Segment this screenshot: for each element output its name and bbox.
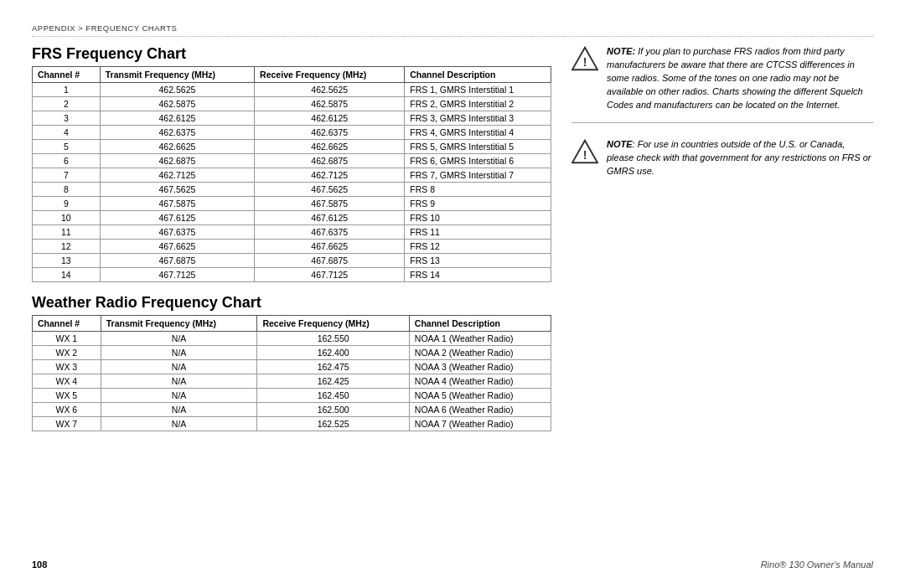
breadcrumb: Appendix > Frequency Charts xyxy=(32,23,873,37)
table-row: 11467.6375467.6375FRS 11 xyxy=(33,225,551,240)
frs-col-receive: Receive Frequency (MHz) xyxy=(255,67,405,83)
frs-section: FRS Frequency Chart Channel # Transmit F… xyxy=(32,45,551,282)
note2-block: ! NOTE: For use in countries outside of … xyxy=(571,138,873,188)
weather-table: Channel # Transmit Frequency (MHz) Recei… xyxy=(32,315,551,431)
table-row: 14467.7125467.7125FRS 14 xyxy=(33,268,551,282)
note1-body: If you plan to purchase FRS radios from … xyxy=(607,46,863,110)
table-row: 12467.6625467.6625FRS 12 xyxy=(33,240,551,254)
manual-title: Rino® 130 Owner's Manual xyxy=(761,560,873,570)
left-column: FRS Frequency Chart Channel # Transmit F… xyxy=(32,45,551,549)
table-row: 1462.5625462.5625FRS 1, GMRS Interstitia… xyxy=(33,83,551,97)
wx-col-transmit: Transmit Frequency (MHz) xyxy=(101,316,257,332)
svg-text:!: ! xyxy=(583,55,587,69)
frs-col-transmit: Transmit Frequency (MHz) xyxy=(100,67,254,83)
frs-table: Channel # Transmit Frequency (MHz) Recei… xyxy=(32,66,551,282)
table-row: WX 4N/A162.425NOAA 4 (Weather Radio) xyxy=(33,374,551,389)
frs-col-channel: Channel # xyxy=(33,67,101,83)
note1-bold: NOTE: xyxy=(607,46,635,56)
note2-bold: NOTE xyxy=(607,139,633,149)
table-row: WX 2N/A162.400NOAA 2 (Weather Radio) xyxy=(33,346,551,360)
page-number: 108 xyxy=(32,560,47,570)
weather-section-title: Weather Radio Frequency Chart xyxy=(32,294,551,312)
note2-body: : For use in countries outside of the U.… xyxy=(607,139,871,176)
table-row: 9467.5875467.5875FRS 9 xyxy=(33,197,551,211)
frs-table-header-row: Channel # Transmit Frequency (MHz) Recei… xyxy=(33,67,551,83)
note1-text: NOTE: If you plan to purchase FRS radios… xyxy=(607,45,873,112)
note1-icon: ! xyxy=(571,45,598,74)
table-row: 5462.6625462.6625FRS 5, GMRS Interstitia… xyxy=(33,140,551,154)
table-row: WX 5N/A162.450NOAA 5 (Weather Radio) xyxy=(33,389,551,403)
note2-text: NOTE: For use in countries outside of th… xyxy=(607,138,873,178)
wx-col-desc: Channel Description xyxy=(409,316,551,332)
frs-col-desc: Channel Description xyxy=(405,67,551,83)
table-row: 7462.7125462.7125FRS 7, GMRS Interstitia… xyxy=(33,168,551,183)
table-row: 3462.6125462.6125FRS 3, GMRS Interstitia… xyxy=(33,111,551,126)
table-row: WX 6N/A162.500NOAA 6 (Weather Radio) xyxy=(33,403,551,417)
table-row: WX 1N/A162.550NOAA 1 (Weather Radio) xyxy=(33,332,551,346)
svg-text:!: ! xyxy=(583,148,587,162)
table-row: 13467.6875467.6875FRS 13 xyxy=(33,254,551,268)
weather-section: Weather Radio Frequency Chart Channel # … xyxy=(32,294,551,431)
table-row: 2462.5875462.5875FRS 2, GMRS Interstitia… xyxy=(33,97,551,111)
note2-icon: ! xyxy=(571,138,598,167)
wx-col-receive: Receive Frequency (MHz) xyxy=(257,316,409,332)
main-content: FRS Frequency Chart Channel # Transmit F… xyxy=(32,45,873,549)
table-row: WX 3N/A162.475NOAA 3 (Weather Radio) xyxy=(33,360,551,374)
table-row: 8467.5625467.5625FRS 8 xyxy=(33,183,551,197)
table-row: 6462.6875462.6875FRS 6, GMRS Interstitia… xyxy=(33,154,551,168)
wx-col-channel: Channel # xyxy=(33,316,101,332)
footer: 108 Rino® 130 Owner's Manual xyxy=(32,556,873,570)
note1-block: ! NOTE: If you plan to purchase FRS radi… xyxy=(571,45,873,123)
table-row: 10467.6125467.6125FRS 10 xyxy=(33,211,551,225)
table-row: WX 7N/A162.525NOAA 7 (Weather Radio) xyxy=(33,417,551,431)
frs-section-title: FRS Frequency Chart xyxy=(32,45,551,63)
right-column: ! NOTE: If you plan to purchase FRS radi… xyxy=(571,45,873,549)
weather-table-header-row: Channel # Transmit Frequency (MHz) Recei… xyxy=(33,316,551,332)
table-row: 4462.6375462.6375FRS 4, GMRS Interstitia… xyxy=(33,126,551,140)
page: Appendix > Frequency Charts FRS Frequenc… xyxy=(0,0,905,588)
